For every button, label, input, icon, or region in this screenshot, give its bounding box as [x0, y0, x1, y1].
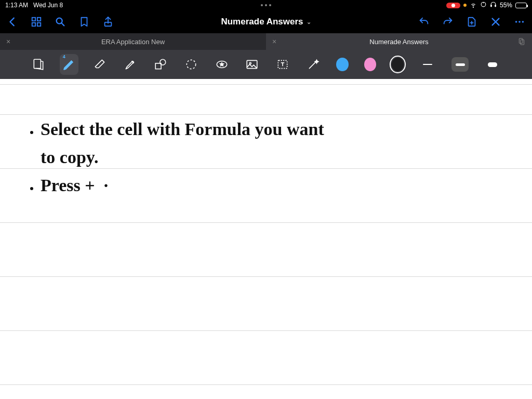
tab-close-icon[interactable]: × — [272, 37, 276, 46]
magic-tool[interactable] — [305, 56, 321, 73]
read-mode-tool[interactable] — [31, 56, 46, 73]
svg-point-16 — [522, 21, 524, 23]
pen-badge: 4 — [63, 54, 65, 59]
svg-point-14 — [515, 21, 517, 23]
svg-rect-17 — [519, 38, 523, 43]
undo-button[interactable] — [418, 16, 430, 28]
svg-point-21 — [160, 59, 166, 65]
chevron-down-icon: ⌄ — [307, 19, 311, 25]
handwritten-text: Press + · — [41, 176, 108, 195]
color-pink[interactable] — [364, 58, 376, 71]
status-time: 1:13 AM — [5, 2, 28, 9]
close-button[interactable] — [489, 16, 502, 28]
status-left: 1:13 AM Wed Jun 8 — [5, 2, 63, 9]
svg-rect-1 — [491, 5, 492, 7]
stamp-tool[interactable] — [214, 56, 229, 73]
tab-numerade-answers[interactable]: × Numerade Answers — [266, 33, 532, 50]
status-bar: 1:13 AM Wed Jun 8 55% — [0, 0, 532, 10]
status-right: 55% — [446, 1, 527, 10]
bookmark-button[interactable] — [78, 16, 90, 28]
svg-point-15 — [518, 21, 521, 23]
svg-rect-18 — [521, 40, 524, 45]
handwritten-text: Select the cell with Formula you want — [41, 119, 324, 139]
stroke-thick[interactable] — [484, 57, 501, 72]
shape-tool[interactable] — [153, 56, 168, 73]
tab-label: Numerade Answers — [369, 38, 428, 46]
add-page-button[interactable] — [466, 16, 478, 28]
handwritten-text: to copy. — [41, 148, 98, 167]
image-tool[interactable] — [245, 56, 260, 73]
tab-close-icon[interactable]: × — [6, 37, 10, 46]
notebook-canvas[interactable]: Select the cell with Formula you want to… — [0, 79, 532, 399]
status-date: Wed Jun 8 — [33, 2, 63, 9]
tab-bar: × ERA Application New × Numerade Answers — [0, 33, 532, 50]
more-button[interactable] — [513, 16, 526, 28]
svg-rect-6 — [37, 23, 41, 26]
bullet-icon — [30, 131, 33, 134]
search-button[interactable] — [54, 16, 66, 28]
highlighter-tool[interactable] — [123, 56, 138, 73]
svg-rect-3 — [32, 18, 35, 21]
svg-rect-19 — [34, 59, 41, 68]
eraser-tool[interactable] — [92, 56, 107, 73]
app-bar: Numerade Answers ⌄ — [0, 10, 532, 33]
svg-point-22 — [187, 60, 195, 69]
bullet-icon — [30, 187, 33, 190]
page-nav-icon[interactable] — [517, 37, 526, 46]
battery-percent: 55% — [500, 2, 512, 9]
orientation-lock-icon — [480, 1, 487, 9]
tool-bar: 4 — [0, 50, 532, 79]
tab-era-application[interactable]: × ERA Application New — [0, 33, 266, 50]
text-tool[interactable] — [275, 56, 290, 73]
svg-rect-2 — [495, 5, 496, 7]
mic-in-use-dot — [463, 4, 467, 7]
redo-button[interactable] — [442, 16, 454, 28]
battery-icon — [515, 3, 527, 8]
headphones-icon — [490, 1, 497, 9]
tab-label: ERA Application New — [101, 38, 165, 46]
svg-line-8 — [61, 23, 64, 25]
document-title[interactable]: Numerade Answers ⌄ — [221, 17, 311, 27]
document-title-text: Numerade Answers — [221, 17, 303, 27]
stroke-medium[interactable] — [451, 57, 468, 72]
screen-record-indicator[interactable] — [446, 3, 460, 8]
svg-rect-5 — [32, 23, 35, 26]
share-button[interactable] — [102, 16, 114, 28]
color-black[interactable] — [392, 58, 404, 71]
wifi-icon — [470, 1, 477, 10]
lasso-tool[interactable] — [184, 56, 199, 73]
multitask-dots[interactable] — [261, 4, 271, 6]
grid-view-button[interactable] — [30, 16, 43, 28]
pen-tool[interactable]: 4 — [62, 56, 77, 73]
stroke-thin[interactable] — [419, 57, 436, 72]
color-blue[interactable] — [336, 58, 348, 71]
svg-rect-4 — [37, 18, 41, 21]
back-button[interactable] — [6, 16, 19, 28]
